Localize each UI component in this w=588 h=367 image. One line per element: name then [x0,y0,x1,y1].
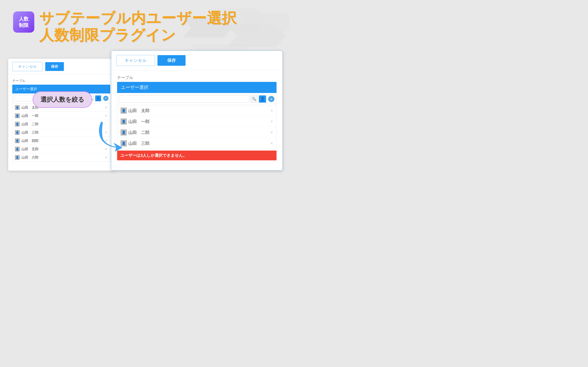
left-user-list: 👤 山田 太郎 ✕ 👤 山田 一郎 ✕ 👤 山田 二郎 👤 山田 三郎 ✕ 👤 … [12,103,110,162]
page-title: サブテーブル内ユーザー選択 人数制限プラグイン [39,10,237,43]
badge-line1: 人数 [19,16,29,22]
right-user-select-header: ユーザー選択 [117,82,277,93]
user-name: 山田 六郎 [21,155,103,160]
big-arrow [98,119,127,152]
badge-line2: 制限 [19,22,29,28]
user-name: 山田 五郎 [21,147,103,151]
avatar: 👤 [15,138,20,143]
table-row: 👤 山田 一郎 ✕ [117,116,276,127]
left-add-button[interactable]: + [103,96,108,101]
title-line2: 人数制限プラグイン [39,27,237,44]
user-name: 山田 二郎 [128,130,269,135]
user-name: 山田 三郎 [21,130,103,135]
avatar: 👤 [15,105,20,110]
remove-button[interactable]: ✕ [270,109,273,113]
right-add-button[interactable]: + [268,96,274,102]
error-message: ユーザーは3人しか選択できません。 [117,150,277,160]
right-user-icon-btn[interactable]: 👤 [259,95,266,103]
right-search-icon[interactable]: 🔍 [251,95,258,103]
right-save-button[interactable]: 保存 [157,55,186,66]
table-row: 👤 山田 四郎 ✕ [12,137,110,145]
user-name: 山田 太郎 [128,108,269,114]
table-row: 👤 山田 太郎 ✕ [117,105,276,116]
right-content: テーブル ユーザー選択 🔍 👤 + 👤 山田 太郎 ✕ 👤 山田 一郎 ✕ 👤 … [111,70,282,165]
callout-bubble: 選択人数を絞る [33,91,92,108]
remove-button[interactable]: ✕ [105,106,108,109]
right-cancel-button[interactable]: キャンセル [116,55,155,66]
avatar: 👤 [121,108,127,114]
left-toolbar: キャンセル 保存 [8,59,114,75]
left-panel: キャンセル 保存 テーブル ユーザー選択 🔍 👤 + 👤 山田 太郎 ✕ 👤 山… [8,59,114,171]
avatar: 👤 [15,147,20,151]
user-name: 山田 四郎 [21,139,103,143]
avatar: 👤 [15,113,20,118]
avatar: 👤 [15,155,20,160]
table-row: 👤 山田 六郎 ✕ [12,153,110,161]
table-row: 👤 山田 一郎 ✕ [12,112,110,120]
remove-button[interactable]: ✕ [270,131,273,134]
table-row: 👤 山田 二郎 ✕ [117,127,276,138]
right-panel: キャンセル 保存 テーブル ユーザー選択 🔍 👤 + 👤 山田 太郎 ✕ 👤 山… [111,50,283,170]
remove-button[interactable]: ✕ [270,142,273,145]
right-search-input[interactable] [119,95,249,103]
table-row: 👤 山田 三郎 ✕ [12,128,110,137]
left-cancel-button[interactable]: キャンセル [12,62,43,71]
user-name: 山田 三郎 [128,141,269,146]
remove-button[interactable]: ✕ [270,120,273,124]
left-table-label: テーブル [12,79,110,83]
user-name: 山田 一郎 [128,119,269,125]
remove-button[interactable]: ✕ [105,155,108,159]
right-toolbar: キャンセル 保存 [111,51,282,70]
table-row: 👤 山田 二郎 [12,120,110,128]
right-search-bar: 🔍 👤 + [117,93,277,105]
table-row: 👤 山田 五郎 ✕ [12,145,110,153]
avatar: 👤 [15,130,20,135]
left-user-icon-btn[interactable]: 👤 [95,95,101,101]
title-area: 人数 制限 サブテーブル内ユーザー選択 人数制限プラグイン [13,10,237,43]
table-row: 👤 山田 三郎 ✕ [117,138,276,149]
right-user-list: 👤 山田 太郎 ✕ 👤 山田 一郎 ✕ 👤 山田 二郎 ✕ 👤 山田 三郎 ✕ [117,105,277,149]
right-table-label: テーブル [117,75,277,80]
remove-button[interactable]: ✕ [105,114,108,118]
left-save-button[interactable]: 保存 [45,62,64,71]
callout-text: 選択人数を絞る [41,96,84,103]
avatar: 👤 [15,122,20,126]
badge-icon: 人数 制限 [13,11,34,33]
user-name: 山田 二郎 [21,122,108,126]
title-line1: サブテーブル内ユーザー選択 [39,10,237,27]
user-name: 山田 一郎 [21,114,103,118]
